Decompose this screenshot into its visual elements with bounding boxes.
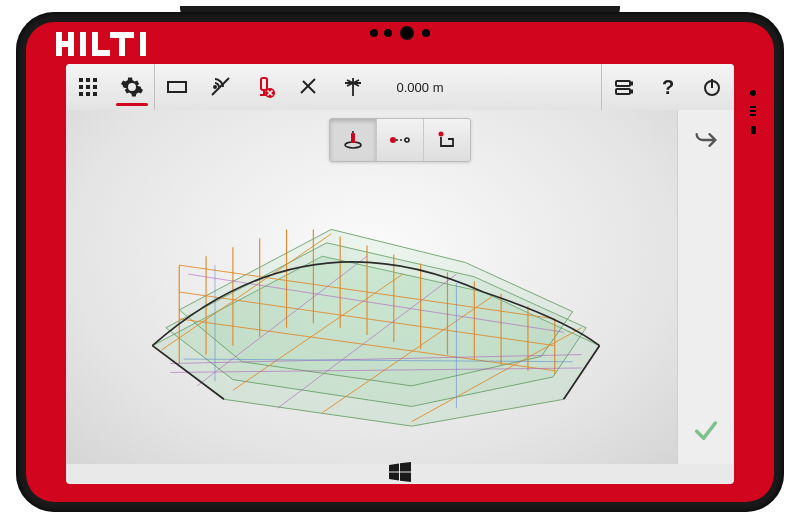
- svg-marker-81: [389, 473, 399, 481]
- svg-rect-13: [86, 85, 90, 89]
- confirm-button[interactable]: [692, 416, 720, 448]
- svg-rect-9: [79, 78, 83, 82]
- help-icon: ?: [656, 75, 680, 99]
- rectangle-icon: [165, 75, 189, 99]
- windows-button[interactable]: [389, 462, 411, 482]
- undo-icon: [692, 126, 720, 154]
- svg-rect-34: [630, 91, 632, 93]
- station-icon: [341, 128, 365, 152]
- svg-marker-82: [400, 473, 411, 483]
- station-mode-button[interactable]: [330, 119, 377, 161]
- svg-text:?: ?: [662, 76, 674, 98]
- layout-mode-button[interactable]: [424, 119, 470, 161]
- hilti-logo-icon: [56, 32, 146, 56]
- power-button[interactable]: [690, 64, 734, 110]
- check-icon: [692, 416, 720, 444]
- svg-rect-16: [86, 92, 90, 96]
- settings-button[interactable]: [110, 64, 154, 110]
- undo-button[interactable]: [692, 126, 720, 158]
- help-button[interactable]: ?: [646, 64, 690, 110]
- prism-icon: [341, 75, 365, 99]
- measurement-readout: 0.000 m: [375, 64, 465, 110]
- view-button[interactable]: [155, 64, 199, 110]
- svg-rect-14: [93, 85, 97, 89]
- laser-off-icon: [297, 75, 321, 99]
- svg-rect-31: [616, 81, 630, 86]
- windows-icon: [389, 462, 411, 482]
- svg-rect-12: [79, 85, 83, 89]
- front-camera-cluster: [370, 26, 430, 40]
- mode-toolbar: [329, 118, 471, 162]
- status-leds: [746, 90, 760, 134]
- svg-line-26: [303, 81, 315, 93]
- svg-rect-33: [616, 89, 630, 94]
- svg-rect-3: [80, 32, 86, 56]
- satellite-button[interactable]: [199, 64, 243, 110]
- svg-rect-17: [93, 92, 97, 96]
- svg-rect-2: [56, 41, 74, 47]
- layout-corner-icon: [435, 128, 459, 152]
- line-mode-button[interactable]: [377, 119, 424, 161]
- svg-point-75: [390, 137, 396, 143]
- instrument-disconnected-icon: [253, 75, 277, 99]
- svg-point-78: [439, 132, 444, 137]
- svg-rect-10: [86, 78, 90, 82]
- two-point-line-icon: [388, 128, 412, 152]
- svg-rect-7: [119, 32, 125, 56]
- power-icon: [700, 75, 724, 99]
- brand-logo: [56, 30, 176, 58]
- satellite-off-icon: [209, 75, 233, 99]
- svg-rect-15: [79, 92, 83, 96]
- svg-marker-79: [389, 464, 399, 472]
- svg-rect-32: [630, 83, 632, 85]
- gear-icon: [120, 75, 144, 99]
- apps-button[interactable]: [66, 64, 110, 110]
- right-action-bar: [677, 110, 734, 464]
- grid-icon: [76, 75, 100, 99]
- svg-point-76: [405, 138, 409, 142]
- battery-icon: [612, 75, 636, 99]
- svg-rect-18: [168, 82, 186, 92]
- svg-rect-8: [140, 32, 146, 56]
- svg-point-19: [214, 86, 216, 88]
- bim-model: [76, 140, 658, 444]
- model-canvas[interactable]: [66, 110, 678, 464]
- svg-rect-21: [261, 78, 267, 90]
- svg-rect-5: [92, 50, 110, 56]
- svg-marker-80: [400, 462, 411, 472]
- tablet-screen: 0.000 m ?: [66, 64, 734, 484]
- instrument-button[interactable]: [243, 64, 287, 110]
- svg-rect-11: [93, 78, 97, 82]
- battery-button[interactable]: [602, 64, 646, 110]
- laser-button[interactable]: [287, 64, 331, 110]
- svg-rect-73: [351, 133, 355, 143]
- top-toolbar: 0.000 m ?: [66, 64, 734, 111]
- prism-button[interactable]: [331, 64, 375, 110]
